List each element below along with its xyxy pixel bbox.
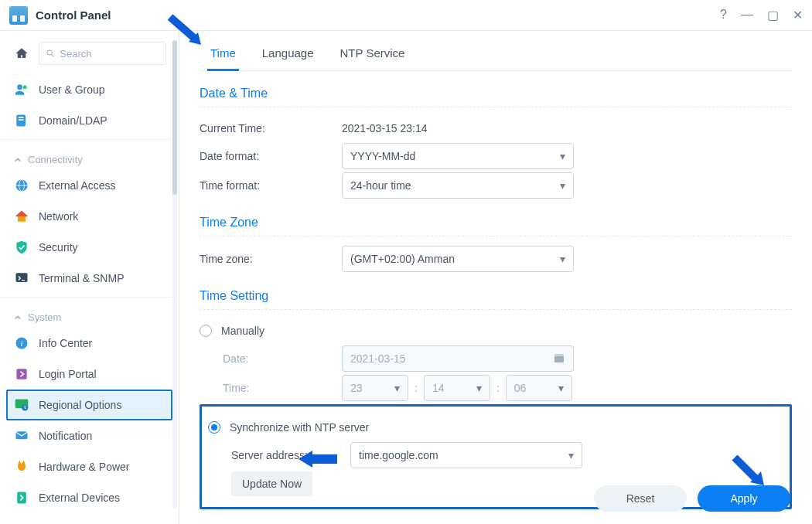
chevron-up-icon <box>14 156 22 164</box>
tabs: Time Language NTP Service <box>200 40 792 71</box>
chevron-down-icon: ▾ <box>476 382 482 394</box>
svg-rect-5 <box>19 117 24 118</box>
sidebar-item-label: Security <box>39 241 78 253</box>
minimize-button[interactable]: — <box>741 8 753 22</box>
sidebar-item-regional-options[interactable]: Regional Options <box>6 390 172 420</box>
svg-rect-20 <box>554 354 564 356</box>
sidebar-item-label: External Access <box>39 179 116 192</box>
svg-rect-18 <box>17 492 26 504</box>
login-portal-icon <box>14 366 29 382</box>
chevron-down-icon: ▾ <box>568 449 574 461</box>
sidebar-item-terminal-snmp[interactable]: Terminal & SNMP <box>0 263 179 294</box>
sidebar-item-notification[interactable]: Notification <box>0 420 179 451</box>
home-button[interactable] <box>12 44 31 63</box>
close-button[interactable]: ✕ <box>793 8 803 22</box>
select-second-disabled: 06▾ <box>506 375 572 401</box>
sidebar-item-label: Domain/LDAP <box>39 114 107 127</box>
time-separator: : <box>496 382 500 394</box>
sidebar-item-user-group[interactable]: User & Group <box>0 74 179 105</box>
search-input-wrap[interactable] <box>39 42 166 65</box>
select-time-format[interactable]: 24-hour time ▾ <box>342 172 574 199</box>
sidebar-item-label: Notification <box>39 430 92 442</box>
select-server-address[interactable]: time.google.com ▾ <box>350 442 582 468</box>
sidebar-item-login-portal[interactable]: Login Portal <box>0 359 179 390</box>
svg-rect-17 <box>16 431 28 439</box>
network-icon <box>14 209 29 224</box>
sidebar-divider <box>0 139 179 140</box>
sidebar: User & Group Domain/LDAP Connectivity Ex… <box>0 31 179 524</box>
chevron-up-icon <box>14 314 22 322</box>
sidebar-item-hardware-power[interactable]: Hardware & Power <box>0 451 179 482</box>
sidebar-item-info-center[interactable]: i Info Center <box>0 328 179 359</box>
select-hour-disabled: 23▾ <box>342 375 408 401</box>
label-current-time: Current Time: <box>200 122 342 134</box>
select-date-format[interactable]: YYYY-MM-dd ▾ <box>342 143 574 169</box>
sidebar-item-external-access[interactable]: External Access <box>0 170 179 201</box>
external-devices-icon <box>14 490 29 505</box>
tab-language[interactable]: Language <box>251 40 325 70</box>
terminal-icon <box>14 271 29 286</box>
content-pane: Time Language NTP Service Date & Time Cu… <box>179 31 812 524</box>
hardware-power-icon <box>14 459 29 475</box>
user-group-icon <box>14 82 29 97</box>
search-icon <box>46 48 55 59</box>
help-button[interactable]: ? <box>720 8 727 22</box>
sidebar-item-label: Hardware & Power <box>39 461 130 473</box>
sidebar-item-label: Login Portal <box>39 368 97 380</box>
sidebar-group-connectivity[interactable]: Connectivity <box>0 143 179 170</box>
value-current-time: 2021-03-15 23:14 <box>342 122 428 134</box>
control-panel-icon <box>9 6 28 25</box>
svg-rect-6 <box>19 119 24 121</box>
tab-ntp-service[interactable]: NTP Service <box>329 40 416 70</box>
sidebar-item-label: Regional Options <box>39 399 121 411</box>
calendar-icon <box>553 352 565 366</box>
chevron-down-icon: ▾ <box>560 179 565 192</box>
svg-point-3 <box>23 85 27 89</box>
chevron-down-icon: ▾ <box>558 382 564 394</box>
sidebar-item-network[interactable]: Network <box>0 201 179 232</box>
time-separator: : <box>415 382 418 394</box>
radio-manually[interactable]: Manually <box>200 325 264 337</box>
section-date-time: Date & Time <box>200 71 792 107</box>
reset-button[interactable]: Reset <box>594 485 687 512</box>
radio-icon <box>200 325 212 337</box>
tab-time[interactable]: Time <box>200 40 247 70</box>
titlebar: Control Panel ? — ▢ ✕ <box>0 0 812 31</box>
shield-icon <box>14 240 29 255</box>
search-input[interactable] <box>60 48 159 60</box>
label-date: Date: <box>200 352 342 365</box>
sidebar-group-system[interactable]: System <box>0 301 179 328</box>
sidebar-scrollbar[interactable] <box>172 40 177 509</box>
label-server-address: Server address: <box>231 449 350 461</box>
info-icon: i <box>14 335 29 351</box>
sidebar-divider <box>0 297 179 298</box>
section-time-zone: Time Zone <box>200 200 792 236</box>
window-title: Control Panel <box>36 9 111 22</box>
svg-text:i: i <box>20 339 22 348</box>
sidebar-item-label: Info Center <box>39 337 92 349</box>
input-date-disabled: 2021-03-15 <box>342 345 574 372</box>
section-time-setting: Time Setting <box>200 274 792 310</box>
apply-button[interactable]: Apply <box>698 485 790 512</box>
label-time: Time: <box>200 382 342 394</box>
external-access-icon <box>14 178 29 193</box>
svg-rect-11 <box>16 273 28 282</box>
label-date-format: Date format: <box>200 150 342 162</box>
sidebar-item-external-devices[interactable]: External Devices <box>0 482 179 513</box>
sidebar-item-label: User & Group <box>39 83 105 96</box>
sidebar-item-label: Network <box>39 210 78 223</box>
svg-point-2 <box>17 84 22 90</box>
chevron-down-icon: ▾ <box>560 150 565 162</box>
sidebar-item-domain-ldap[interactable]: Domain/LDAP <box>0 105 179 136</box>
radio-sync-ntp[interactable]: Synchronize with NTP server <box>208 421 369 434</box>
notification-icon <box>14 428 29 444</box>
svg-rect-10 <box>18 216 26 222</box>
select-time-zone[interactable]: (GMT+02:00) Amman ▾ <box>342 246 574 272</box>
svg-rect-14 <box>16 369 26 379</box>
select-minute-disabled: 14▾ <box>424 375 490 401</box>
sidebar-item-security[interactable]: Security <box>0 232 179 263</box>
chevron-down-icon: ▾ <box>394 382 400 394</box>
svg-line-1 <box>52 55 54 57</box>
update-now-button[interactable]: Update Now <box>231 471 312 496</box>
maximize-button[interactable]: ▢ <box>767 8 779 22</box>
